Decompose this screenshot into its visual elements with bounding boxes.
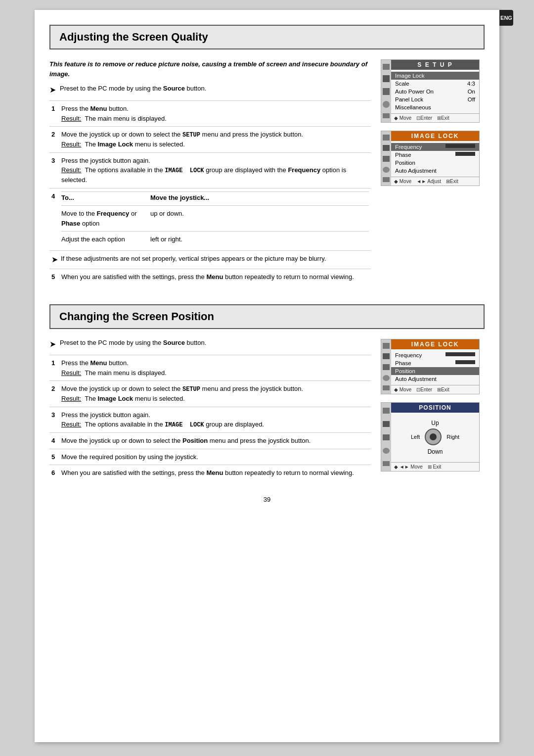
section1: Adjusting the Screen Quality This featur… <box>49 25 485 289</box>
il2-icon-3 <box>383 364 390 370</box>
section1-left: This feature is to remove or reduce pict… <box>49 59 371 289</box>
position-menu-title: POSITION <box>391 403 479 413</box>
menu-item-misc: Miscellaneous <box>395 103 475 111</box>
table-row: 6 When you are satisfied with the settin… <box>49 465 371 481</box>
imagelock-item-pos-1: Position <box>395 159 475 167</box>
table-row: 1 Press the Menu button. Result: The mai… <box>49 101 371 127</box>
imagelock-item-pos-2: Position <box>391 367 479 375</box>
joystick-inner <box>430 433 437 440</box>
menu-icon-3 <box>383 88 390 95</box>
imagelock-menu-box-2: IMAGE LOCK Frequency Phase <box>381 339 480 394</box>
imagelock-item-auto-2: Auto Adjustment <box>395 375 475 383</box>
menu-item-panellock: Panel Lock Off <box>395 95 475 103</box>
table-row: 3 Press the joystick button again. Resul… <box>49 152 371 188</box>
il-icon-5 <box>383 177 390 182</box>
pos-middle-row: Left Right <box>411 428 459 445</box>
table-row: 4 Move the joystick up or down to select… <box>49 433 371 449</box>
setup-menu-footer: ◆ Move ⊡Enter ⊞Exit <box>391 113 479 122</box>
menu-icon-5 <box>383 113 390 118</box>
position-footer: ◆ ◄► Move ⊞ Exit <box>391 462 479 471</box>
table-row: 2 Move the joystick up or down to select… <box>49 127 371 153</box>
imagelock-item-freq-1: Frequency <box>391 143 479 151</box>
eng-badge: ENG <box>499 10 513 26</box>
menu-icon-1 <box>383 64 390 70</box>
menu-item-scale: Scale 4:3 <box>395 80 475 88</box>
pos-icons <box>381 403 391 471</box>
il2-icon-4 <box>383 375 390 381</box>
imagelock-menu-body-2: Frequency Phase Position <box>391 349 479 385</box>
imagelock-menu-title-2: IMAGE LOCK <box>391 339 479 349</box>
il-icon-1 <box>383 135 390 141</box>
setup-menu-box: S E T U P Image Lock Scale 4:3 <box>381 59 480 123</box>
table-row: 4 To... Move the joystick... Move to the… <box>49 188 371 250</box>
table-row: ➤ If these adjustments are not set prope… <box>49 250 371 269</box>
setup-menu-title: S E T U P <box>391 60 479 70</box>
pos-icon-1 <box>383 408 390 414</box>
il-icon-2 <box>383 145 390 151</box>
table-row: 5 Move the required position by using th… <box>49 449 371 465</box>
menu-item-imagelock: Image Lock <box>391 72 479 80</box>
arrow-icon-2: ➤ <box>49 339 56 349</box>
pos-left-label: Left <box>411 434 420 440</box>
table-row: 1 Press the Menu button. Result: The mai… <box>49 355 371 381</box>
pos-down-label: Down <box>428 448 443 455</box>
imagelock-item-phase-1: Phase <box>395 151 475 159</box>
position-menu-box: POSITION Up Left Right <box>381 402 480 472</box>
main-page: ENG Adjusting the Screen Quality This fe… <box>35 10 499 742</box>
page-number: 39 <box>49 496 485 503</box>
imagelock-footer-1: ◆ Move ◄► Adjust ⊞Exit <box>391 177 479 186</box>
section2-right: IMAGE LOCK Frequency Phase <box>381 339 485 486</box>
il2-icon-1 <box>383 343 390 349</box>
menu-item-autopoweron: Auto Power On On <box>395 88 475 95</box>
il-icon-4 <box>383 167 390 173</box>
il2-icon-2 <box>383 353 390 359</box>
section1-steps-table: 1 Press the Menu button. Result: The mai… <box>49 100 371 284</box>
setup-menu-body: Image Lock Scale 4:3 Auto Power On On <box>391 70 479 113</box>
pos-icon-5 <box>383 461 390 466</box>
menu-icon-4 <box>383 101 390 108</box>
imagelock-menu-body-1: Frequency Phase Position <box>391 141 479 177</box>
phase-bar-2 <box>455 360 475 364</box>
il2-icon-5 <box>383 385 390 390</box>
phase-bar-1 <box>455 152 475 156</box>
pos-icon-2 <box>383 421 390 427</box>
table-row: 2 Move the joystick up or down to select… <box>49 381 371 407</box>
imagelock-icons-2 <box>381 339 391 394</box>
position-menu-body: Up Left Right Down <box>391 413 479 462</box>
imagelock-item-auto-1: Auto Adjustment <box>395 167 475 175</box>
joystick-circle <box>425 428 442 445</box>
section1-intro: This feature is to remove or reduce pict… <box>49 59 371 79</box>
section2-preset: ➤ Preset to the PC mode by using the Sou… <box>49 339 371 349</box>
il-icon-3 <box>383 156 390 162</box>
section1-preset: ➤ Preset to the PC mode by using the Sou… <box>49 85 371 94</box>
imagelock-footer-2: ◆ Move ⊡Enter ⊞Exit <box>391 385 479 394</box>
section2-left: ➤ Preset to the PC mode by using the Sou… <box>49 339 371 486</box>
imagelock-menu-title-1: IMAGE LOCK <box>391 131 479 141</box>
table-row: 3 Press the joystick button again. Resul… <box>49 407 371 433</box>
pos-right-label: Right <box>446 434 459 440</box>
menu-icon-2 <box>383 75 390 82</box>
section1-title: Adjusting the Screen Quality <box>49 25 485 49</box>
freq-bar-1 <box>445 144 475 148</box>
pos-up-label: Up <box>431 420 439 426</box>
section2-steps-table: 1 Press the Menu button. Result: The mai… <box>49 355 371 481</box>
pos-icon-4 <box>383 448 390 454</box>
table-row: 5 When you are satisfied with the settin… <box>49 269 371 284</box>
imagelock-menu-box-1: IMAGE LOCK Frequency Phase <box>381 131 480 186</box>
section1-right: S E T U P Image Lock Scale 4:3 <box>381 59 485 289</box>
position-diagram: Up Left Right Down <box>395 415 475 460</box>
imagelock-item-phase-2: Phase <box>395 359 475 367</box>
pos-icon-3 <box>383 434 390 440</box>
menu-icons <box>381 60 391 122</box>
arrow-icon: ➤ <box>49 85 56 94</box>
section2: Changing the Screen Position ➤ Preset to… <box>49 304 485 486</box>
imagelock-item-freq-2: Frequency <box>395 351 475 359</box>
section2-title: Changing the Screen Position <box>49 304 485 329</box>
freq-bar-2 <box>445 352 475 356</box>
imagelock-icons-1 <box>381 131 391 186</box>
